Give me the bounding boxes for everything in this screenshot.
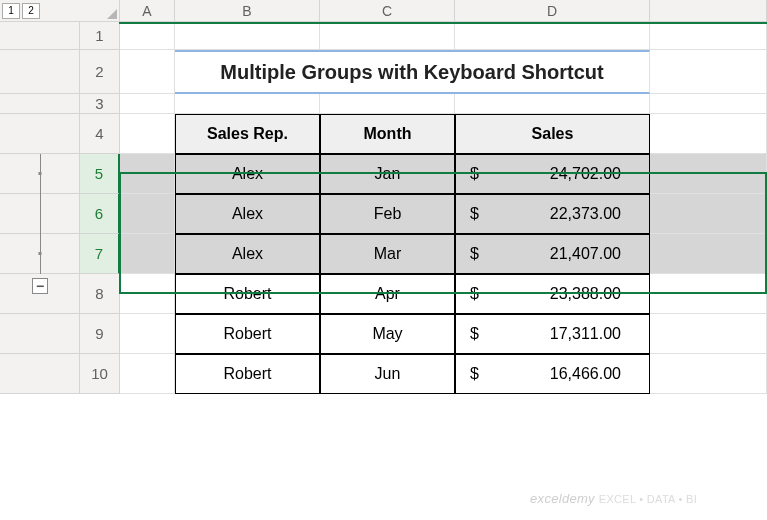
group-line-icon bbox=[40, 154, 41, 274]
cell-sales-7[interactable]: $ 21,407.00 bbox=[455, 234, 650, 274]
row-header-2[interactable]: 2 bbox=[80, 50, 120, 94]
cell-rep-6[interactable]: Alex bbox=[175, 194, 320, 234]
title-cell[interactable]: Multiple Groups with Keyboard Shortcut bbox=[175, 50, 650, 94]
column-header-B[interactable]: B bbox=[175, 0, 320, 22]
sales-value: 22,373.00 bbox=[550, 205, 621, 223]
outline-gutter-row8: − bbox=[0, 274, 80, 314]
cell-month-6[interactable]: Feb bbox=[320, 194, 455, 234]
currency-symbol: $ bbox=[470, 165, 479, 183]
sales-value: 21,407.00 bbox=[550, 245, 621, 263]
cell-sales-5[interactable]: $ 24,702.00 bbox=[455, 154, 650, 194]
cell-C3[interactable] bbox=[320, 94, 455, 114]
cell-A9[interactable] bbox=[120, 314, 175, 354]
cell-E5[interactable] bbox=[650, 154, 767, 194]
cell-E1[interactable] bbox=[650, 22, 767, 50]
cell-A5[interactable] bbox=[120, 154, 175, 194]
table-header-sales[interactable]: Sales bbox=[455, 114, 650, 154]
currency-symbol: $ bbox=[470, 285, 479, 303]
cell-A10[interactable] bbox=[120, 354, 175, 394]
cell-A2[interactable] bbox=[120, 50, 175, 94]
cell-month-7[interactable]: Mar bbox=[320, 234, 455, 274]
row-header-9[interactable]: 9 bbox=[80, 314, 120, 354]
row-header-7[interactable]: 7 bbox=[80, 234, 120, 274]
cell-E9[interactable] bbox=[650, 314, 767, 354]
currency-symbol: $ bbox=[470, 205, 479, 223]
cell-month-10[interactable]: Jun bbox=[320, 354, 455, 394]
group-collapse-button[interactable]: − bbox=[32, 278, 48, 294]
row-header-6[interactable]: 6 bbox=[80, 194, 120, 234]
watermark-text: exceldemy EXCEL • DATA • BI bbox=[530, 491, 697, 506]
outline-gutter bbox=[0, 114, 80, 154]
cell-D3[interactable] bbox=[455, 94, 650, 114]
select-all-corner[interactable] bbox=[80, 0, 120, 22]
row-header-3[interactable]: 3 bbox=[80, 94, 120, 114]
sales-value: 16,466.00 bbox=[550, 365, 621, 383]
row-header-5[interactable]: 5 bbox=[80, 154, 120, 194]
cell-E10[interactable] bbox=[650, 354, 767, 394]
column-header-D[interactable]: D bbox=[455, 0, 650, 22]
outline-level-header: 1 2 bbox=[0, 0, 80, 22]
cell-A4[interactable] bbox=[120, 114, 175, 154]
cell-E2[interactable] bbox=[650, 50, 767, 94]
cell-A6[interactable] bbox=[120, 194, 175, 234]
cell-C1[interactable] bbox=[320, 22, 455, 50]
column-header-extra[interactable] bbox=[650, 0, 767, 22]
cell-A1[interactable] bbox=[120, 22, 175, 50]
outline-gutter bbox=[0, 94, 80, 114]
currency-symbol: $ bbox=[470, 245, 479, 263]
row-header-10[interactable]: 10 bbox=[80, 354, 120, 394]
cell-A8[interactable] bbox=[120, 274, 175, 314]
cell-rep-10[interactable]: Robert bbox=[175, 354, 320, 394]
cell-E6[interactable] bbox=[650, 194, 767, 234]
outline-gutter bbox=[0, 22, 80, 50]
sales-value: 17,311.00 bbox=[550, 325, 621, 343]
outline-level-2-button[interactable]: 2 bbox=[22, 3, 40, 19]
row-header-8[interactable]: 8 bbox=[80, 274, 120, 314]
cell-A3[interactable] bbox=[120, 94, 175, 114]
cell-rep-5[interactable]: Alex bbox=[175, 154, 320, 194]
row-header-4[interactable]: 4 bbox=[80, 114, 120, 154]
cell-rep-7[interactable]: Alex bbox=[175, 234, 320, 274]
currency-symbol: $ bbox=[470, 325, 479, 343]
cell-B1[interactable] bbox=[175, 22, 320, 50]
cell-month-5[interactable]: Jan bbox=[320, 154, 455, 194]
currency-symbol: $ bbox=[470, 365, 479, 383]
cell-sales-9[interactable]: $ 17,311.00 bbox=[455, 314, 650, 354]
sales-value: 24,702.00 bbox=[550, 165, 621, 183]
outline-gutter bbox=[0, 50, 80, 94]
cell-D1[interactable] bbox=[455, 22, 650, 50]
cell-A7[interactable] bbox=[120, 234, 175, 274]
cell-sales-6[interactable]: $ 22,373.00 bbox=[455, 194, 650, 234]
column-header-A[interactable]: A bbox=[120, 0, 175, 22]
cell-E4[interactable] bbox=[650, 114, 767, 154]
cell-sales-10[interactable]: $ 16,466.00 bbox=[455, 354, 650, 394]
cell-B3[interactable] bbox=[175, 94, 320, 114]
cell-month-8[interactable]: Apr bbox=[320, 274, 455, 314]
cell-E3[interactable] bbox=[650, 94, 767, 114]
outline-gutter-row10 bbox=[0, 354, 80, 394]
cell-rep-9[interactable]: Robert bbox=[175, 314, 320, 354]
column-header-C[interactable]: C bbox=[320, 0, 455, 22]
row-header-1[interactable]: 1 bbox=[80, 22, 120, 50]
cell-E8[interactable] bbox=[650, 274, 767, 314]
outline-level-1-button[interactable]: 1 bbox=[2, 3, 20, 19]
table-header-month[interactable]: Month bbox=[320, 114, 455, 154]
sales-value: 23,388.00 bbox=[550, 285, 621, 303]
cell-E7[interactable] bbox=[650, 234, 767, 274]
cell-sales-8[interactable]: $ 23,388.00 bbox=[455, 274, 650, 314]
outline-gutter-row9 bbox=[0, 314, 80, 354]
cell-month-9[interactable]: May bbox=[320, 314, 455, 354]
cell-rep-8[interactable]: Robert bbox=[175, 274, 320, 314]
table-header-rep[interactable]: Sales Rep. bbox=[175, 114, 320, 154]
